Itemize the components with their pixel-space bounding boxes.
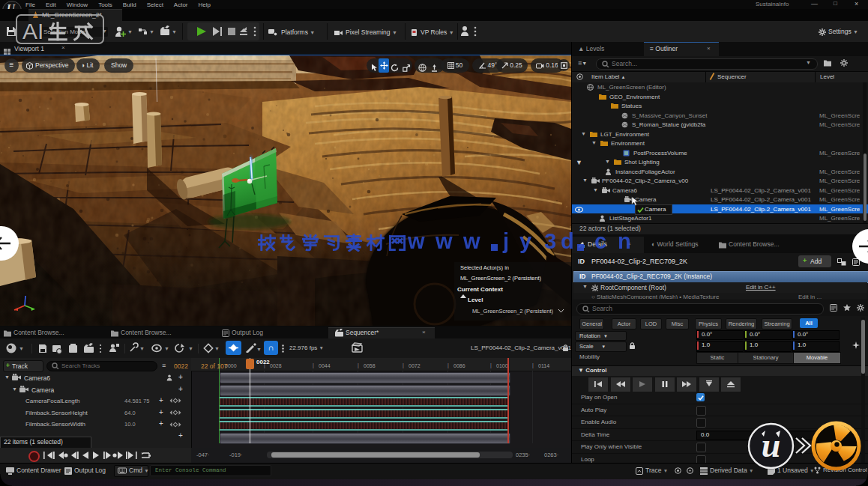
svg-text:▼: ▼ xyxy=(256,347,262,352)
svg-text:▼: ▼ xyxy=(172,29,177,34)
svg-text:ML_GreenScreen_2 (Persistent): ML_GreenScreen_2 (Persistent) xyxy=(472,308,553,315)
svg-text:▼: ▼ xyxy=(149,29,154,34)
svg-text:▼: ▼ xyxy=(139,346,145,351)
svg-text:Selected Actor(s) in: Selected Actor(s) in xyxy=(460,264,509,271)
svg-text:▼: ▼ xyxy=(164,346,169,351)
svg-text:▼: ▼ xyxy=(188,346,193,351)
svg-text:▼: ▼ xyxy=(19,346,24,351)
svg-text:ML_GreenScreen_2 (Persistent): ML_GreenScreen_2 (Persistent) xyxy=(460,275,541,282)
svg-text:▼: ▼ xyxy=(214,346,220,351)
svg-text:Current Context: Current Context xyxy=(457,286,503,293)
svg-text:▼: ▼ xyxy=(127,29,133,34)
svg-text:Level: Level xyxy=(468,297,483,303)
